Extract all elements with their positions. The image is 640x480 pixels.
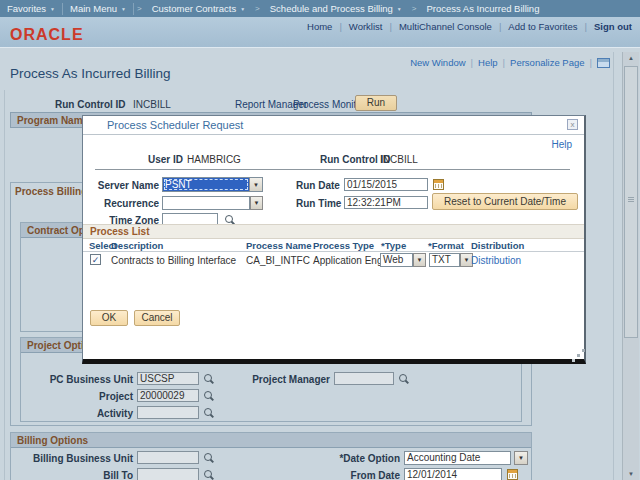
screen: Favorites ▼ Main Menu ▼ > Customer Contr… <box>0 0 640 480</box>
project-manager-label: Project Manager <box>230 374 330 385</box>
ok-button[interactable]: OK <box>90 310 128 326</box>
dropdown-arrow-icon[interactable]: ▼ <box>250 196 263 210</box>
column-header-format: *Format <box>428 240 464 251</box>
project-label: Project <box>30 391 133 402</box>
dropdown-arrow-icon[interactable]: ▼ <box>514 451 528 465</box>
format-select[interactable]: TXT ▼ <box>429 253 473 267</box>
recurrence-select[interactable]: ▼ <box>162 196 263 210</box>
row-process-name: CA_BI_INTFC <box>246 255 310 266</box>
divider <box>95 169 570 170</box>
column-header-process-name: Process Name <box>246 240 311 251</box>
from-date-field[interactable]: 12/01/2014 <box>404 468 502 480</box>
link-separator: | <box>585 21 587 32</box>
chevron-down-icon: ▼ <box>397 6 402 12</box>
dialog-run-control-id-value: INCBILL <box>380 154 418 165</box>
project-manager-field[interactable] <box>334 372 394 385</box>
select-checkbox[interactable]: ✓ <box>90 254 101 265</box>
scrollbar-thumb[interactable] <box>624 66 638 338</box>
content-left-border <box>4 90 5 480</box>
window-icon[interactable] <box>597 58 610 68</box>
help-link[interactable]: Help <box>478 57 498 68</box>
column-header-description: Description <box>111 240 163 251</box>
new-window-link[interactable]: New Window <box>410 57 465 68</box>
activity-field[interactable] <box>137 406 199 419</box>
type-select[interactable]: Web ▼ <box>380 253 426 267</box>
header-bar: ORACLE Home | Worklist | MultiChannel Co… <box>0 17 640 48</box>
scroll-up-icon[interactable]: ▲ <box>623 52 639 65</box>
oracle-logo: ORACLE <box>10 26 84 44</box>
sign-out-link[interactable]: Sign out <box>594 21 632 32</box>
resize-grip[interactable] <box>577 354 580 357</box>
activity-lookup-icon[interactable] <box>203 407 214 418</box>
project-manager-lookup-icon[interactable] <box>398 373 409 384</box>
column-header-process-type: Process Type <box>313 240 374 251</box>
process-scheduler-request-dialog: Process Scheduler Request x Help User ID… <box>82 115 586 364</box>
page-title: Process As Incurred Billing <box>10 66 171 81</box>
project-lookup-icon[interactable] <box>203 390 214 401</box>
run-button[interactable]: Run <box>355 95 397 111</box>
worklist-link[interactable]: Worklist <box>349 21 383 32</box>
breadcrumb-label: Process As Incurred Billing <box>426 3 539 14</box>
multichannel-console-link[interactable]: MultiChannel Console <box>399 21 492 32</box>
pc-business-unit-lookup-icon[interactable] <box>203 373 214 384</box>
dialog-title: Process Scheduler Request <box>107 119 243 131</box>
breadcrumb-favorites[interactable]: Favorites ▼ <box>0 3 62 14</box>
breadcrumb-customer-contracts[interactable]: Customer Contracts ▼ <box>145 3 252 14</box>
activity-label: Activity <box>30 408 133 419</box>
reset-to-current-datetime-button[interactable]: Reset to Current Date/Time <box>432 193 578 210</box>
chevron-right-icon: > <box>252 4 263 13</box>
run-time-label: Run Time <box>296 198 341 209</box>
breadcrumb: Favorites ▼ Main Menu ▼ > Customer Contr… <box>0 0 640 17</box>
column-header-type: *Type <box>381 240 406 251</box>
run-date-calendar-icon[interactable] <box>433 179 444 190</box>
billing-business-unit-field[interactable] <box>137 451 199 464</box>
dropdown-arrow-icon[interactable]: ▼ <box>249 178 262 191</box>
process-list-section: Process List <box>83 224 584 239</box>
bill-to-field[interactable] <box>137 468 199 480</box>
run-control-id-value: INCBILL <box>133 99 171 110</box>
billing-business-unit-label: Billing Business Unit <box>30 453 133 464</box>
breadcrumb-label: Favorites <box>7 3 46 14</box>
breadcrumb-schedule-process-billing[interactable]: Schedule and Process Billing ▼ <box>263 3 409 14</box>
dropdown-arrow-icon[interactable]: ▼ <box>413 253 426 267</box>
bill-to-label: Bill To <box>30 470 133 480</box>
run-time-field[interactable]: 12:32:21PM <box>344 196 428 209</box>
cancel-button[interactable]: Cancel <box>134 310 180 326</box>
add-to-favorites-link[interactable]: Add to Favorites <box>508 21 577 32</box>
pc-business-unit-label: PC Business Unit <box>30 374 133 385</box>
bill-to-lookup-icon[interactable] <box>203 469 214 480</box>
server-name-label: Server Name <box>83 180 159 191</box>
chevron-down-icon: ▼ <box>240 6 245 12</box>
link-separator: | <box>503 57 505 68</box>
page-links: New Window | Help | Personalize Page | <box>410 57 610 68</box>
vertical-scrollbar[interactable]: ▲ ▼ <box>622 52 639 480</box>
dialog-help-link[interactable]: Help <box>551 139 572 150</box>
date-option-select[interactable]: Accounting Date ▼ <box>404 451 528 465</box>
close-icon[interactable]: x <box>567 119 578 130</box>
breadcrumb-current-page[interactable]: Process As Incurred Billing <box>419 3 546 14</box>
date-option-label: *Date Option <box>300 453 400 464</box>
chevron-down-icon: ▼ <box>121 6 126 12</box>
chevron-right-icon: > <box>134 4 145 13</box>
column-header-distribution: Distribution <box>471 240 524 251</box>
breadcrumb-main-menu[interactable]: Main Menu ▼ <box>63 3 133 14</box>
row-distribution-link[interactable]: Distribution <box>471 255 521 266</box>
row-description: Contracts to Billing Interface <box>111 255 236 266</box>
personalize-page-link[interactable]: Personalize Page <box>510 57 584 68</box>
home-link[interactable]: Home <box>307 21 332 32</box>
project-field[interactable]: 20000029 <box>137 389 199 402</box>
check-icon: ✓ <box>92 255 100 265</box>
from-date-label: From Date <box>300 470 400 480</box>
breadcrumb-label: Main Menu <box>70 3 117 14</box>
billing-business-unit-lookup-icon[interactable] <box>203 452 214 463</box>
from-date-calendar-icon[interactable] <box>507 469 518 480</box>
user-id-value: HAMBRICG <box>187 154 241 165</box>
pc-business-unit-field[interactable]: USCSP <box>137 372 199 385</box>
link-separator: | <box>339 21 341 32</box>
utility-links: Home | Worklist | MultiChannel Console |… <box>307 21 632 32</box>
run-date-field[interactable]: 01/15/2015 <box>344 178 428 191</box>
server-name-select[interactable]: PSNT ▼ <box>162 177 263 192</box>
content-right-border <box>613 52 614 480</box>
breadcrumb-label: Schedule and Process Billing <box>270 3 393 14</box>
scroll-down-icon[interactable]: ▼ <box>623 468 639 480</box>
